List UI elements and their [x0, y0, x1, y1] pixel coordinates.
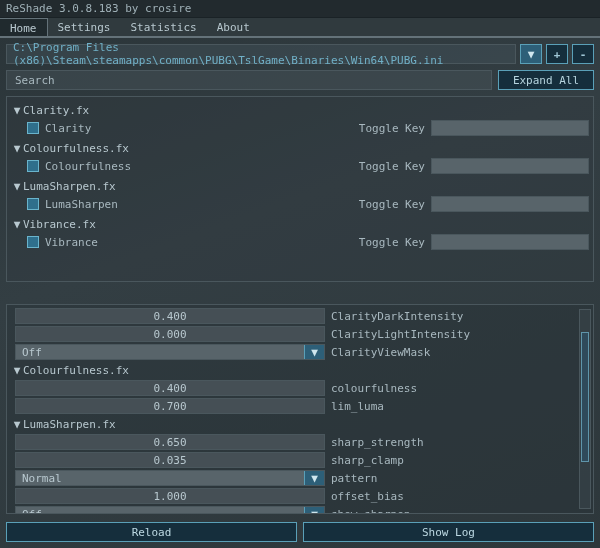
- toggle-key-input[interactable]: [431, 158, 589, 174]
- fx-item-label: Colourfulness: [45, 160, 131, 173]
- fx-group-header[interactable]: ▼Clarity.fx: [11, 101, 589, 119]
- config-path-field[interactable]: C:\Program Files (x86)\Steam\steamapps\c…: [6, 44, 516, 64]
- search-input[interactable]: Search: [6, 70, 492, 90]
- panel-splitter[interactable]: [0, 282, 600, 304]
- param-value: 0.400: [153, 310, 186, 323]
- param-name: lim_luma: [329, 400, 384, 413]
- param-row: Off▼ClarityViewMask: [11, 343, 589, 361]
- parameters-panel: 0.400ClarityDarkIntensity0.000ClarityLig…: [6, 304, 594, 514]
- toggle-key-input[interactable]: [431, 196, 589, 212]
- caret-down-icon: ▼: [11, 418, 23, 431]
- param-row: 0.035sharp_clamp: [11, 451, 589, 469]
- caret-down-icon: ▼: [11, 142, 23, 155]
- fx-item: LumaSharpenToggle Key: [11, 195, 589, 213]
- chevron-down-icon: ▼: [528, 48, 535, 61]
- toggle-key-label: Toggle Key: [359, 198, 425, 211]
- param-group-name: LumaSharpen.fx: [23, 418, 116, 431]
- param-value-input[interactable]: 0.000: [15, 326, 325, 342]
- param-value-input[interactable]: 0.035: [15, 452, 325, 468]
- param-select[interactable]: Off▼: [15, 506, 325, 514]
- param-name: sharp_strength: [329, 436, 424, 449]
- param-value: Off: [22, 508, 42, 515]
- param-value-input[interactable]: 0.400: [15, 308, 325, 324]
- expand-all-label: Expand All: [513, 74, 579, 87]
- show-log-button[interactable]: Show Log: [303, 522, 594, 542]
- fx-item-label: Clarity: [45, 122, 91, 135]
- param-group-header[interactable]: ▼LumaSharpen.fx: [11, 415, 589, 433]
- fx-item: ClarityToggle Key: [11, 119, 589, 137]
- fx-group-header[interactable]: ▼LumaSharpen.fx: [11, 177, 589, 195]
- fx-checkbox[interactable]: [27, 160, 39, 172]
- add-preset-button[interactable]: +: [546, 44, 568, 64]
- param-value-input[interactable]: 1.000: [15, 488, 325, 504]
- param-name: pattern: [329, 472, 377, 485]
- param-group-header[interactable]: ▼Colourfulness.fx: [11, 361, 589, 379]
- param-value: 0.650: [153, 436, 186, 449]
- fx-group-name: Colourfulness.fx: [23, 142, 129, 155]
- param-name: offset_bias: [329, 490, 404, 503]
- config-path-text: C:\Program Files (x86)\Steam\steamapps\c…: [13, 41, 509, 67]
- param-select[interactable]: Off▼: [15, 344, 325, 360]
- fx-item-label: Vibrance: [45, 236, 98, 249]
- remove-preset-button[interactable]: -: [572, 44, 594, 64]
- param-value: 0.035: [153, 454, 186, 467]
- param-name: sharp_clamp: [329, 454, 404, 467]
- fx-group: ▼Colourfulness.fxColourfulnessToggle Key: [11, 139, 589, 175]
- reload-button[interactable]: Reload: [6, 522, 297, 542]
- app-title: ReShade 3.0.8.183 by crosire: [6, 2, 191, 15]
- param-value: 1.000: [153, 490, 186, 503]
- fx-checkbox[interactable]: [27, 236, 39, 248]
- tab-settings[interactable]: Settings: [48, 18, 121, 36]
- caret-down-icon: ▼: [11, 104, 23, 117]
- fx-item: ColourfulnessToggle Key: [11, 157, 589, 175]
- fx-group-name: Clarity.fx: [23, 104, 89, 117]
- param-row: 0.400ClarityDarkIntensity: [11, 307, 589, 325]
- menu-bar: HomeSettingsStatisticsAbout: [0, 18, 600, 38]
- effects-list: ▼Clarity.fxClarityToggle Key▼Colourfulne…: [6, 96, 594, 282]
- param-name: ClarityDarkIntensity: [329, 310, 463, 323]
- scrollbar-thumb[interactable]: [581, 332, 589, 462]
- param-row: 0.650sharp_strength: [11, 433, 589, 451]
- caret-down-icon: ▼: [11, 364, 23, 377]
- caret-down-icon: ▼: [11, 218, 23, 231]
- fx-group-name: LumaSharpen.fx: [23, 180, 116, 193]
- fx-group: ▼LumaSharpen.fxLumaSharpenToggle Key: [11, 177, 589, 213]
- tab-about[interactable]: About: [207, 18, 260, 36]
- fx-group: ▼Vibrance.fxVibranceToggle Key: [11, 215, 589, 251]
- toggle-key-label: Toggle Key: [359, 122, 425, 135]
- chevron-down-icon: ▼: [304, 507, 324, 514]
- fx-group: ▼Clarity.fxClarityToggle Key: [11, 101, 589, 137]
- param-value-input[interactable]: 0.400: [15, 380, 325, 396]
- param-value-input[interactable]: 0.650: [15, 434, 325, 450]
- toggle-key-input[interactable]: [431, 234, 589, 250]
- param-group-name: Colourfulness.fx: [23, 364, 129, 377]
- param-select[interactable]: Normal▼: [15, 470, 325, 486]
- param-name: show_sharpen: [329, 508, 410, 515]
- fx-group-header[interactable]: ▼Colourfulness.fx: [11, 139, 589, 157]
- reshade-window: ReShade 3.0.8.183 by crosire HomeSetting…: [0, 0, 600, 548]
- param-value-input[interactable]: 0.700: [15, 398, 325, 414]
- param-value: 0.700: [153, 400, 186, 413]
- toggle-key-input[interactable]: [431, 120, 589, 136]
- param-value: Off: [22, 346, 42, 359]
- fx-checkbox[interactable]: [27, 198, 39, 210]
- expand-all-button[interactable]: Expand All: [498, 70, 594, 90]
- param-row: 0.000ClarityLightIntensity: [11, 325, 589, 343]
- param-name: ClarityViewMask: [329, 346, 430, 359]
- fx-checkbox[interactable]: [27, 122, 39, 134]
- search-row: Search Expand All: [0, 70, 600, 96]
- fx-group-header[interactable]: ▼Vibrance.fx: [11, 215, 589, 233]
- tab-home[interactable]: Home: [0, 18, 48, 36]
- tab-statistics[interactable]: Statistics: [120, 18, 206, 36]
- param-row: 1.000offset_bias: [11, 487, 589, 505]
- show-log-label: Show Log: [422, 526, 475, 539]
- reload-label: Reload: [132, 526, 172, 539]
- param-row: 0.400colourfulness: [11, 379, 589, 397]
- chevron-down-icon: ▼: [304, 471, 324, 485]
- param-value: 0.000: [153, 328, 186, 341]
- param-row: Off▼show_sharpen: [11, 505, 589, 514]
- config-path-dropdown[interactable]: ▼: [520, 44, 542, 64]
- config-path-row: C:\Program Files (x86)\Steam\steamapps\c…: [0, 38, 600, 70]
- fx-group-name: Vibrance.fx: [23, 218, 96, 231]
- parameters-scrollbar[interactable]: [579, 309, 591, 509]
